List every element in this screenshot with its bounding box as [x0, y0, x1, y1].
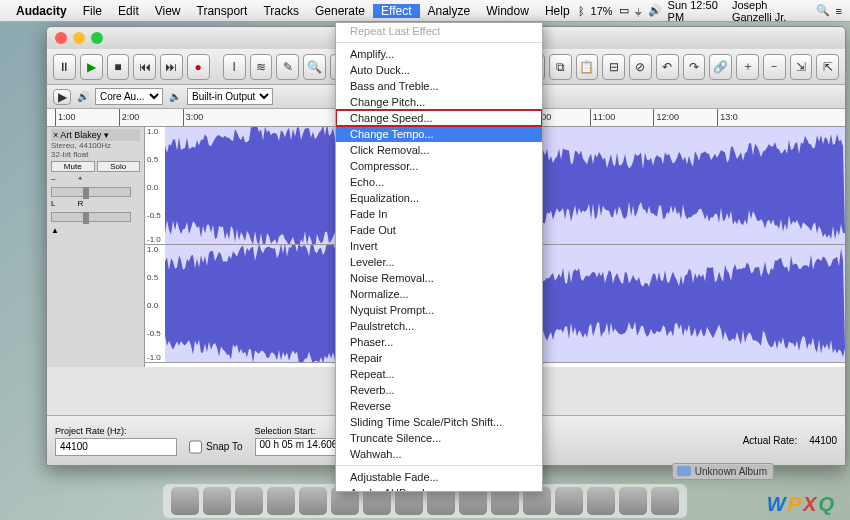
battery-icon[interactable]: ▭ [619, 4, 629, 17]
menu-item[interactable]: Phaser... [336, 334, 542, 350]
trim-button[interactable]: ⊟ [602, 54, 625, 80]
copy-button[interactable]: ⧉ [549, 54, 572, 80]
menu-item[interactable]: Paulstretch... [336, 318, 542, 334]
snap-to-checkbox[interactable] [189, 438, 202, 456]
output-device-select[interactable]: Built-in Output [187, 88, 273, 105]
timeline-tick: 1:00 [55, 109, 76, 126]
user-name[interactable]: Joseph Ganzelli Jr. [732, 0, 810, 23]
menu-item[interactable]: Leveler... [336, 254, 542, 270]
zoom-window-button[interactable] [91, 32, 103, 44]
menu-item[interactable]: Change Tempo... [336, 126, 542, 142]
notif-icon[interactable]: ≡ [836, 5, 842, 17]
skip-start-button[interactable]: ⏮ [133, 54, 156, 80]
menu-item[interactable]: Fade Out [336, 222, 542, 238]
dock-app-icon[interactable] [267, 487, 295, 515]
menu-item[interactable]: Wahwah... [336, 446, 542, 462]
menu-item[interactable]: Sliding Time Scale/Pitch Shift... [336, 414, 542, 430]
menu-item[interactable]: Normalize... [336, 286, 542, 302]
track-bitdepth: 32-bit float [51, 150, 140, 159]
menu-item[interactable]: Compressor... [336, 158, 542, 174]
menu-item[interactable]: Noise Removal... [336, 270, 542, 286]
record-button[interactable]: ● [187, 54, 210, 80]
collapse-icon[interactable]: ▲ [51, 226, 140, 235]
menuitem-generate[interactable]: Generate [307, 4, 373, 18]
gain-slider[interactable] [51, 187, 131, 197]
bluetooth-icon[interactable]: ᛒ [578, 5, 585, 17]
menu-item[interactable]: Apple: AUBandpass [336, 485, 542, 492]
paste-button[interactable]: 📋 [576, 54, 599, 80]
draw-tool[interactable]: ✎ [276, 54, 299, 80]
dock-app-icon[interactable] [651, 487, 679, 515]
menuitem-window[interactable]: Window [478, 4, 537, 18]
minimize-window-button[interactable] [73, 32, 85, 44]
skip-end-button[interactable]: ⏭ [160, 54, 183, 80]
track-control-panel[interactable]: × Art Blakey ▾ Stereo, 44100Hz 32-bit fl… [47, 127, 145, 367]
mute-button[interactable]: Mute [51, 161, 95, 172]
menu-item[interactable]: Invert [336, 238, 542, 254]
app-name[interactable]: Audacity [16, 4, 67, 18]
sync-lock-button[interactable]: 🔗 [709, 54, 732, 80]
play-at-speed-button[interactable]: ▶ [53, 89, 71, 105]
fit-sel-button[interactable]: ⇲ [790, 54, 813, 80]
menu-item[interactable]: Auto Duck... [336, 62, 542, 78]
menu-item[interactable]: Repeat... [336, 366, 542, 382]
timeline-tick: 2:00 [119, 109, 140, 126]
menuitem-transport[interactable]: Transport [189, 4, 256, 18]
zoom-in-button[interactable]: ＋ [736, 54, 759, 80]
dock-app-icon[interactable] [235, 487, 263, 515]
zoom-tool[interactable]: 🔍 [303, 54, 326, 80]
dock-app-icon[interactable] [619, 487, 647, 515]
menu-item[interactable]: Click Removal... [336, 142, 542, 158]
menu-item[interactable]: Fade In [336, 206, 542, 222]
clock[interactable]: Sun 12:50 PM [668, 0, 726, 23]
dock-app-icon[interactable] [555, 487, 583, 515]
menuitem-analyze[interactable]: Analyze [420, 4, 479, 18]
track-menu-icon[interactable]: ▾ [104, 130, 109, 140]
silence-button[interactable]: ⊘ [629, 54, 652, 80]
dock-app-icon[interactable] [171, 487, 199, 515]
timeline-tick: 12:00 [653, 109, 679, 126]
track-name[interactable]: Art Blakey [60, 130, 101, 140]
menuitem-tracks[interactable]: Tracks [255, 4, 307, 18]
menuitem-effect[interactable]: Effect [373, 4, 419, 18]
dock-app-icon[interactable] [587, 487, 615, 515]
zoom-out-button[interactable]: － [763, 54, 786, 80]
play-button[interactable]: ▶ [80, 54, 103, 80]
stop-button[interactable]: ■ [107, 54, 130, 80]
menuitem-edit[interactable]: Edit [110, 4, 147, 18]
wifi-icon[interactable]: ⏚ [635, 5, 642, 17]
menuitem-file[interactable]: File [75, 4, 110, 18]
menu-item[interactable]: Change Pitch... [336, 94, 542, 110]
solo-button[interactable]: Solo [97, 161, 141, 172]
host-select[interactable]: Core Au... [95, 88, 163, 105]
menu-item[interactable]: Change Speed... [336, 110, 542, 126]
menu-item[interactable]: Bass and Treble... [336, 78, 542, 94]
menu-item[interactable]: Echo... [336, 174, 542, 190]
dock-app-icon[interactable] [299, 487, 327, 515]
menu-item[interactable]: Reverse [336, 398, 542, 414]
redo-button[interactable]: ↷ [683, 54, 706, 80]
track-close-icon[interactable]: × [53, 130, 58, 140]
project-rate-input[interactable] [55, 438, 177, 456]
menu-item[interactable]: Truncate Silence... [336, 430, 542, 446]
spotlight-icon[interactable]: 🔍 [816, 4, 830, 17]
fit-proj-button[interactable]: ⇱ [816, 54, 839, 80]
album-folder-badge[interactable]: Unknown Album [672, 463, 774, 480]
mac-menubar: Audacity FileEditViewTransportTracksGene… [0, 0, 850, 22]
menu-item[interactable]: Adjustable Fade... [336, 469, 542, 485]
pause-button[interactable]: ⏸ [53, 54, 76, 80]
close-window-button[interactable] [55, 32, 67, 44]
menuitem-help[interactable]: Help [537, 4, 578, 18]
menu-item[interactable]: Equalization... [336, 190, 542, 206]
menu-item[interactable]: Repair [336, 350, 542, 366]
menu-item[interactable]: Reverb... [336, 382, 542, 398]
volume-icon[interactable]: 🔊 [648, 4, 662, 17]
envelope-tool[interactable]: ≋ [250, 54, 273, 80]
dock-app-icon[interactable] [203, 487, 231, 515]
selection-tool[interactable]: I [223, 54, 246, 80]
menu-item[interactable]: Nyquist Prompt... [336, 302, 542, 318]
pan-slider[interactable] [51, 212, 131, 222]
menu-item[interactable]: Amplify... [336, 46, 542, 62]
undo-button[interactable]: ↶ [656, 54, 679, 80]
menuitem-view[interactable]: View [147, 4, 189, 18]
